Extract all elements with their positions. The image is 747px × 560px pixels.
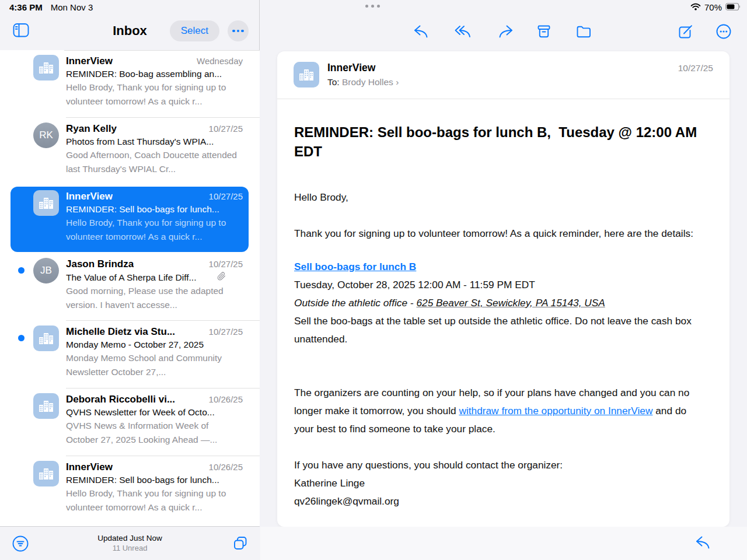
reply-button[interactable] bbox=[411, 22, 431, 41]
building-avatar-icon bbox=[33, 55, 59, 80]
event-address-link[interactable]: 625 Beaver St, Sewickley, PA 15143, USA bbox=[416, 297, 605, 309]
email-date: Wednesday bbox=[197, 56, 243, 66]
compose-button[interactable] bbox=[676, 22, 696, 41]
withdraw-paragraph: The organizers are counting on your help… bbox=[294, 384, 700, 438]
archive-button[interactable] bbox=[534, 22, 554, 41]
reply-button-bottom[interactable] bbox=[693, 533, 713, 552]
sender-name: Jason Brindza bbox=[66, 258, 134, 270]
battery-icon bbox=[725, 2, 741, 12]
withdraw-link[interactable]: withdraw from the opportunity on InnerVi… bbox=[459, 405, 652, 416]
contact-name: Katherine Linge bbox=[294, 474, 700, 492]
email-subject: Monday Memo - October 27, 2025 bbox=[66, 340, 243, 350]
email-row-ryan-kelly[interactable]: RK Ryan Kelly10/27/25 Photos from Last T… bbox=[0, 118, 260, 186]
building-avatar-icon bbox=[33, 461, 59, 487]
message-date: 10/27/25 bbox=[678, 63, 713, 74]
contact-email: qv26lingek@qvmail.org bbox=[294, 492, 700, 510]
message-more-button[interactable] bbox=[714, 22, 734, 41]
email-date: 10/26/25 bbox=[209, 462, 243, 472]
event-location-prefix: Outside the athletic office - bbox=[294, 297, 416, 309]
wifi-icon bbox=[690, 2, 701, 12]
message-subject: REMINDER: Sell boo-bags for lunch B, Tue… bbox=[294, 123, 713, 161]
inbox-header: Inbox Select bbox=[0, 14, 260, 50]
clock: 4:36 PM bbox=[9, 2, 43, 12]
sender-name: InnerView bbox=[66, 191, 113, 202]
mail-app-screen: 4:36 PM Mon Nov 3 70% bbox=[0, 0, 747, 560]
select-button[interactable]: Select bbox=[170, 20, 219, 41]
email-list: InnerViewWednesday REMINDER: Boo-bag ass… bbox=[0, 50, 260, 526]
sender-name: Deborah Riccobelli vi... bbox=[66, 394, 175, 405]
attachment-paperclip-icon bbox=[217, 272, 243, 283]
email-subject: REMINDER: Sell boo-bags for lunch... bbox=[66, 475, 243, 485]
greeting-text: Hello Brody, bbox=[294, 188, 700, 206]
inbox-footer: Updated Just Now 11 Unread bbox=[0, 526, 260, 560]
unread-dot bbox=[18, 267, 25, 274]
inbox-sidebar: Inbox Select InnerViewWednesday REMINDER… bbox=[0, 0, 260, 560]
email-date: 10/27/25 bbox=[209, 124, 243, 134]
message-sender: InnerView bbox=[327, 62, 375, 74]
forward-button[interactable] bbox=[495, 22, 515, 41]
contact-intro: If you have any questions, you should co… bbox=[294, 456, 700, 474]
email-date: 10/27/25 bbox=[209, 327, 243, 337]
monogram-avatar: RK bbox=[33, 123, 59, 148]
sender-name: InnerView bbox=[66, 461, 113, 473]
folder-button[interactable] bbox=[574, 22, 594, 41]
email-preview: Hello Brody, Thank you for signing up to… bbox=[66, 487, 243, 514]
email-row-deborah-riccobelli[interactable]: Deborah Riccobelli vi...10/26/25 QVHS Ne… bbox=[0, 388, 260, 456]
event-time: Tuesday, October 28, 2025 12:00 AM - 11:… bbox=[294, 276, 700, 294]
building-avatar-icon bbox=[294, 62, 319, 88]
status-bar: 4:36 PM Mon Nov 3 70% bbox=[0, 0, 747, 14]
email-preview: Good Afternoon, Coach Doucette attended … bbox=[66, 148, 243, 176]
message-bottom-bar bbox=[260, 527, 747, 560]
email-date: 10/27/25 bbox=[209, 191, 243, 201]
updated-status: Updated Just Now bbox=[35, 533, 225, 543]
email-preview: Hello Brody, Thank you for signing up to… bbox=[66, 216, 243, 244]
battery-percent: 70% bbox=[704, 2, 722, 12]
message-body: REMINDER: Sell boo-bags for lunch B, Tue… bbox=[277, 99, 729, 510]
email-preview: Monday Memo School and Community Newslet… bbox=[66, 351, 243, 379]
sender-name: Michelle Dietz via Stu... bbox=[66, 326, 175, 338]
building-avatar-icon bbox=[33, 190, 59, 216]
email-subject: REMINDER: Boo-bag assembling an... bbox=[66, 69, 243, 79]
message-card: InnerView To: Brody Holles › 10/27/25 RE… bbox=[277, 51, 729, 527]
sender-name: InnerView bbox=[66, 55, 113, 67]
email-row-michelle-dietz[interactable]: Michelle Dietz via Stu...10/27/25 Monday… bbox=[0, 321, 260, 388]
email-date: 10/26/25 bbox=[209, 394, 243, 404]
email-preview: Hello Brody, Thank you for signing up to… bbox=[66, 80, 243, 108]
contact-block: If you have any questions, you should co… bbox=[294, 456, 700, 510]
email-subject: The Value of A Sherpa Life Diff... bbox=[66, 272, 214, 283]
unread-count: 11 Unread bbox=[35, 543, 225, 553]
event-details: Sell boo-bags for lunch B Tuesday, Octob… bbox=[294, 258, 700, 348]
email-row-innerview-wed[interactable]: InnerViewWednesday REMINDER: Boo-bag ass… bbox=[0, 50, 260, 118]
intro-text: Thank you for signing up to volunteer to… bbox=[294, 225, 700, 243]
mailbox-more-button[interactable] bbox=[228, 20, 249, 41]
email-subject: Photos from Last Thursday's WPIA... bbox=[66, 136, 243, 147]
message-pane: InnerView To: Brody Holles › 10/27/25 RE… bbox=[260, 0, 747, 560]
building-avatar-icon bbox=[33, 326, 59, 351]
message-header: InnerView To: Brody Holles › 10/27/25 bbox=[277, 51, 729, 99]
email-row-jason-brindza[interactable]: JB Jason Brindza10/27/25 The Value of A … bbox=[0, 253, 260, 321]
reply-all-button[interactable] bbox=[453, 22, 473, 41]
mailbox-title: Inbox bbox=[0, 23, 260, 38]
email-row-innerview-1026[interactable]: InnerView10/26/25 REMINDER: Sell boo-bag… bbox=[0, 456, 260, 524]
email-date: 10/27/25 bbox=[209, 259, 243, 269]
email-preview: QVHS News & Information Week of October … bbox=[66, 419, 243, 447]
message-recipients[interactable]: To: Brody Holles › bbox=[327, 77, 399, 88]
event-description: Sell the boo-bags at the table set up ou… bbox=[294, 312, 700, 348]
email-subject: REMINDER: Sell boo-bags for lunch... bbox=[66, 204, 243, 215]
email-row-innerview-selected[interactable]: InnerView10/27/25 REMINDER: Sell boo-bag… bbox=[0, 186, 260, 253]
status-date: Mon Nov 3 bbox=[51, 2, 93, 12]
email-subject: QVHS Newsletter for Week of Octo... bbox=[66, 407, 243, 418]
sender-name: Ryan Kelly bbox=[66, 123, 117, 135]
unread-dot bbox=[18, 335, 25, 341]
chevron-right-icon: › bbox=[396, 77, 399, 87]
building-avatar-icon bbox=[33, 393, 59, 419]
filter-button[interactable] bbox=[11, 534, 30, 554]
mail-windows-button[interactable] bbox=[231, 534, 250, 554]
event-link[interactable]: Sell boo-bags for lunch B bbox=[294, 261, 416, 272]
multitasking-handle-icon[interactable] bbox=[365, 5, 380, 8]
email-preview: Good morning, Please use the adapted ver… bbox=[66, 284, 243, 312]
monogram-avatar: JB bbox=[33, 258, 59, 284]
